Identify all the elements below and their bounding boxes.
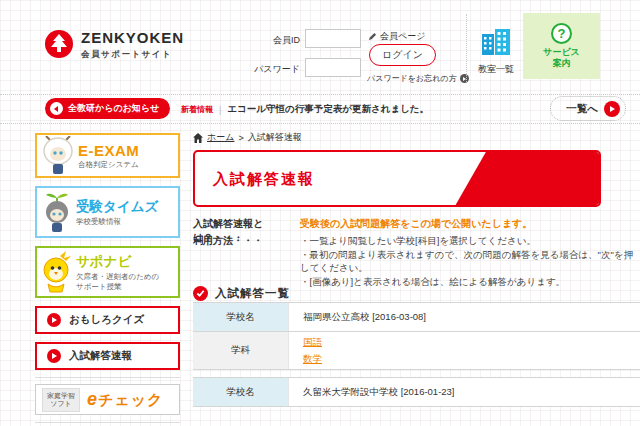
forgot-password-label: パスワードをお忘れの方 <box>367 73 457 84</box>
sidebar-divider <box>35 377 180 378</box>
subject-header: 学科 <box>193 332 289 369</box>
site-subtitle: 会員サポートサイト <box>81 49 184 61</box>
breadcrumb-separator: > <box>238 133 243 143</box>
section-title: 入試解答一覧 <box>215 286 290 301</box>
breadcrumb-current: 入試解答速報 <box>248 131 302 144</box>
buildings-icon <box>481 28 511 55</box>
forgot-password-link[interactable]: パスワードをお忘れの方 <box>367 73 469 84</box>
classroom-list-link[interactable]: 教室一覧 <box>470 28 522 76</box>
news-list-button[interactable]: 一覧へ <box>550 96 626 121</box>
check-circle-icon <box>193 286 208 301</box>
member-id-label: 会員ID <box>240 34 300 47</box>
news-message[interactable]: エコール守恒の行事予定表が更新されました。 <box>227 103 429 116</box>
yellow-bird-mascot-icon <box>40 250 74 294</box>
school-name-value: 久留米大学附設中学校 [2016-01-23] <box>289 378 640 406</box>
password-input[interactable] <box>305 58 361 77</box>
news-line: 新着情報 | エコール守恒の行事予定表が更新されました。 <box>181 103 429 116</box>
sidebar-button-label: おもしろクイズ <box>69 313 144 327</box>
subject-link-japanese[interactable]: 国語 <box>303 336 322 349</box>
page-title-banner: 入試解答速報 <box>193 150 601 207</box>
sidebar-button-quiz[interactable]: おもしろクイズ <box>35 306 180 334</box>
subject-link-math[interactable]: 数学 <box>303 353 322 366</box>
echeck-logo: eチェック <box>87 389 163 410</box>
table-row: 学校名 福岡県公立高校 [2016-03-08] <box>193 303 640 332</box>
pen-icon <box>368 32 377 41</box>
site-logo[interactable]: ZENKYOKEN 会員サポートサイト <box>45 30 184 61</box>
sheep-mascot-icon <box>40 136 76 176</box>
subject-links: 国語 数学 <box>289 332 640 369</box>
banner-subtitle-line2: サポート授業 <box>76 282 159 291</box>
home-study-software-label: 家庭学習 ソフト <box>42 388 80 412</box>
service-label-line1: サービス <box>543 47 580 58</box>
usage-label: 利用方法・・・ <box>193 234 300 288</box>
sidebar-banner-saponavi[interactable]: サポナビ 欠席者・遅刻者のための サポート授業 <box>35 246 180 298</box>
sidebar-button-answer-report[interactable]: 入試解答速報 <box>35 342 180 370</box>
table-row: 学校名 久留米大学附設中学校 [2016-01-23] <box>193 378 640 407</box>
usage-lines: ・一覧より閲覧したい学校[科目]を選択してください。 ・最初の問題より表示されま… <box>300 234 640 288</box>
home-icon <box>193 133 203 143</box>
banner-subtitle: 学校受験情報 <box>76 217 158 226</box>
school-name-header: 学校名 <box>193 378 289 406</box>
sprout-kid-mascot-icon <box>40 190 74 234</box>
zenkyoken-tree-logo-icon <box>45 30 73 58</box>
school-name-header: 学校名 <box>193 303 289 331</box>
arrow-right-circle-icon <box>47 349 61 363</box>
sidebar-divider <box>35 422 180 423</box>
member-page-label: 会員ページ <box>380 30 425 43</box>
school-name-value: 福岡県公立高校 [2016-03-08] <box>289 303 640 331</box>
page-title: 入試解答速報 <box>213 169 315 188</box>
sidebar: E-EXAM 合格判定システム 受験タイムズ 学校受験情報 <box>35 133 180 423</box>
sidebar-echeck-banner[interactable]: 家庭学習 ソフト eチェック <box>35 384 180 415</box>
arrow-right-circle-icon <box>604 101 620 117</box>
news-category: 新着情報 <box>181 104 213 115</box>
news-divider: | <box>219 105 221 115</box>
member-page-link[interactable]: 会員ページ <box>368 30 425 43</box>
sidebar-button-label: 入試解答速報 <box>69 349 132 363</box>
answer-table-2: 学校名 久留米大学附設中学校 [2016-01-23] <box>193 377 640 407</box>
table-row: 学科 国語 数学 <box>193 332 640 370</box>
member-id-input[interactable] <box>305 29 361 48</box>
banner-subtitle: 合格判定システム <box>78 160 139 169</box>
banner-title: E-EXAM <box>78 142 139 159</box>
breadcrumb: ホーム > 入試解答速報 <box>193 131 302 144</box>
sidebar-banner-jyuken-times[interactable]: 受験タイムズ 学校受験情報 <box>35 186 180 238</box>
answer-list-section-header: 入試解答一覧 <box>193 286 290 301</box>
site-title: ZENKYOKEN <box>81 30 184 46</box>
usage-row: 利用方法・・・ ・一覧より閲覧したい学校[科目]を選択してください。 ・最初の問… <box>193 234 640 288</box>
usage-line: ・[画像あり]と表示される場合は、絵による解答があります。 <box>300 275 640 289</box>
arrow-right-circle-icon <box>47 313 61 327</box>
header-divider <box>466 14 467 82</box>
password-label: パスワード <box>240 63 300 76</box>
news-list-label: 一覧へ <box>566 102 598 116</box>
login-button[interactable]: ログイン <box>369 44 436 66</box>
usage-line: ・最初の問題より表示されますので、次の問題の解答を見る場合は、"次"を押してくだ… <box>300 248 640 275</box>
page: ZENKYOKEN 会員サポートサイト 会員ID パスワード 会員ページ ログイ… <box>0 0 640 426</box>
sidebar-banner-e-exam[interactable]: E-EXAM 合格判定システム <box>35 133 180 178</box>
service-label-line2: 案内 <box>543 58 580 69</box>
chevron-right-circle-icon <box>460 74 469 83</box>
banner-title: サポナビ <box>76 253 159 271</box>
news-badge[interactable]: 全教研からのお知らせ <box>45 98 170 119</box>
answer-table-1: 学校名 福岡県公立高校 [2016-03-08] 学科 国語 数学 <box>193 302 640 370</box>
question-circle-icon: ? <box>551 23 572 44</box>
chevron-left-circle-icon <box>50 102 63 115</box>
banner-title: 受験タイムズ <box>76 198 158 216</box>
service-guide-link[interactable]: ? サービス 案内 <box>523 13 600 79</box>
usage-line: ・一覧より閲覧したい学校[科目]を選択してください。 <box>300 234 640 248</box>
news-badge-label: 全教研からのお知らせ <box>68 102 159 115</box>
classroom-list-label: 教室一覧 <box>470 63 522 76</box>
breadcrumb-home-link[interactable]: ホーム <box>207 131 234 144</box>
banner-subtitle-line1: 欠席者・遅刻者のための <box>76 272 159 281</box>
